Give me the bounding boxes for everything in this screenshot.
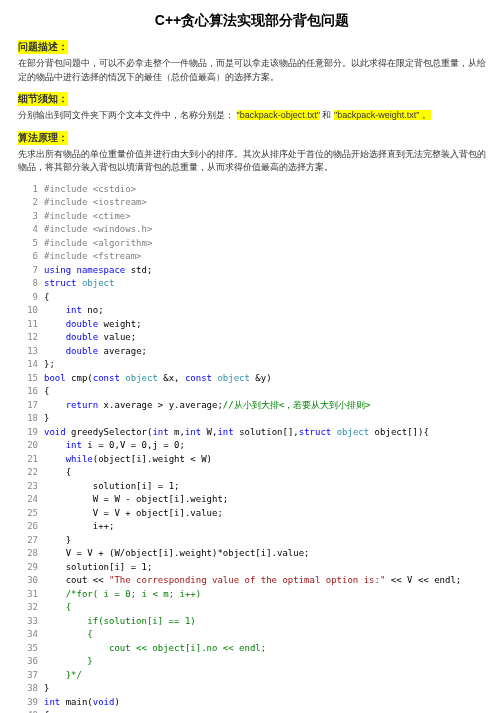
- line-content: }: [44, 534, 486, 548]
- code-line: 35 cout << object[i].no << endl;: [18, 642, 486, 656]
- line-content: using namespace std;: [44, 264, 486, 278]
- code-line: 30 cout << "The corresponding value of t…: [18, 574, 486, 588]
- line-number: 25: [18, 507, 38, 521]
- line-content: bool cmp(const object &x, const object &…: [44, 372, 486, 386]
- line-content: return x.average > y.average;//从小到大排<，若要…: [44, 399, 486, 413]
- filename-1: "backpack-object.txt": [237, 110, 320, 120]
- code-line: 3#include <ctime>: [18, 210, 486, 224]
- paragraph-2: 分别输出到同文件夹下两个文本文件中，名称分别是： "backpack-objec…: [18, 109, 486, 123]
- line-content: V = V + (W/object[i].weight)*object[i].v…: [44, 547, 486, 561]
- paragraph-3: 先求出所有物品的单位重量价值并进行由大到小的排序。其次从排序处于首位的物品开始选…: [18, 148, 486, 175]
- code-line: 25 V = V + object[i].value;: [18, 507, 486, 521]
- code-line: 38}: [18, 682, 486, 696]
- code-line: 32 {: [18, 601, 486, 615]
- line-number: 33: [18, 615, 38, 629]
- code-line: 11 double weight;: [18, 318, 486, 332]
- line-number: 11: [18, 318, 38, 332]
- line-content: {: [44, 709, 486, 713]
- line-number: 14: [18, 358, 38, 372]
- code-line: 15bool cmp(const object &x, const object…: [18, 372, 486, 386]
- code-line: 24 W = W - object[i].weight;: [18, 493, 486, 507]
- line-content: if(solution[i] == 1): [44, 615, 486, 629]
- line-number: 4: [18, 223, 38, 237]
- line-number: 16: [18, 385, 38, 399]
- code-line: 29 solution[i] = 1;: [18, 561, 486, 575]
- line-content: {: [44, 601, 486, 615]
- code-line: 6#include <fstream>: [18, 250, 486, 264]
- line-content: /*for( i = 0; i < m; i++): [44, 588, 486, 602]
- line-number: 35: [18, 642, 38, 656]
- line-content: #include <iostream>: [44, 196, 486, 210]
- section-heading-3: 算法原理：: [18, 131, 68, 145]
- line-number: 27: [18, 534, 38, 548]
- page-title: C++贪心算法实现部分背包问题: [18, 12, 486, 30]
- line-content: }: [44, 412, 486, 426]
- line-number: 34: [18, 628, 38, 642]
- code-line: 39int main(void): [18, 696, 486, 710]
- line-content: #include <algorithm>: [44, 237, 486, 251]
- code-line: 22 {: [18, 466, 486, 480]
- line-number: 10: [18, 304, 38, 318]
- line-number: 20: [18, 439, 38, 453]
- line-content: {: [44, 385, 486, 399]
- code-line: 16{: [18, 385, 486, 399]
- line-content: double average;: [44, 345, 486, 359]
- line-number: 30: [18, 574, 38, 588]
- code-line: 4#include <windows.h>: [18, 223, 486, 237]
- code-line: 20 int i = 0,V = 0,j = 0;: [18, 439, 486, 453]
- line-content: {: [44, 291, 486, 305]
- line-content: while(object[i].weight < W): [44, 453, 486, 467]
- code-line: 14};: [18, 358, 486, 372]
- line-content: {: [44, 466, 486, 480]
- line-number: 13: [18, 345, 38, 359]
- code-line: 5#include <algorithm>: [18, 237, 486, 251]
- code-line: 33 if(solution[i] == 1): [18, 615, 486, 629]
- code-line: 28 V = V + (W/object[i].weight)*object[i…: [18, 547, 486, 561]
- line-number: 5: [18, 237, 38, 251]
- code-line: 8struct object: [18, 277, 486, 291]
- code-line: 36 }: [18, 655, 486, 669]
- line-content: double value;: [44, 331, 486, 345]
- line-number: 31: [18, 588, 38, 602]
- code-line: 21 while(object[i].weight < W): [18, 453, 486, 467]
- line-number: 37: [18, 669, 38, 683]
- section-heading-2: 细节须知：: [18, 92, 68, 106]
- line-number: 3: [18, 210, 38, 224]
- line-content: struct object: [44, 277, 486, 291]
- line-number: 2: [18, 196, 38, 210]
- line-number: 18: [18, 412, 38, 426]
- line-number: 19: [18, 426, 38, 440]
- line-number: 12: [18, 331, 38, 345]
- line-content: };: [44, 358, 486, 372]
- line-number: 24: [18, 493, 38, 507]
- code-line: 13 double average;: [18, 345, 486, 359]
- line-content: #include <ctime>: [44, 210, 486, 224]
- line-number: 22: [18, 466, 38, 480]
- line-content: i++;: [44, 520, 486, 534]
- code-line: 26 i++;: [18, 520, 486, 534]
- paragraph-1: 在部分背包问题中，可以不必拿走整个一件物品，而是可以拿走该物品的任意部分。以此求…: [18, 57, 486, 84]
- code-line: 7using namespace std;: [18, 264, 486, 278]
- section-1: 问题描述： 在部分背包问题中，可以不必拿走整个一件物品，而是可以拿走该物品的任意…: [18, 40, 486, 84]
- code-line: 2#include <iostream>: [18, 196, 486, 210]
- code-line: 27 }: [18, 534, 486, 548]
- code-line: 1#include <cstdio>: [18, 183, 486, 197]
- line-number: 23: [18, 480, 38, 494]
- line-number: 29: [18, 561, 38, 575]
- line-content: int main(void): [44, 696, 486, 710]
- code-line: 17 return x.average > y.average;//从小到大排<…: [18, 399, 486, 413]
- line-content: solution[i] = 1;: [44, 480, 486, 494]
- line-content: double weight;: [44, 318, 486, 332]
- code-block: 1#include <cstdio>2#include <iostream>3#…: [18, 183, 486, 714]
- line-content: }: [44, 655, 486, 669]
- line-number: 38: [18, 682, 38, 696]
- line-content: cout << "The corresponding value of the …: [44, 574, 486, 588]
- line-content: W = W - object[i].weight;: [44, 493, 486, 507]
- code-line: 31 /*for( i = 0; i < m; i++): [18, 588, 486, 602]
- line-number: 36: [18, 655, 38, 669]
- code-line: 9{: [18, 291, 486, 305]
- section-heading-1: 问题描述：: [18, 40, 68, 54]
- line-content: int i = 0,V = 0,j = 0;: [44, 439, 486, 453]
- line-number: 8: [18, 277, 38, 291]
- line-content: {: [44, 628, 486, 642]
